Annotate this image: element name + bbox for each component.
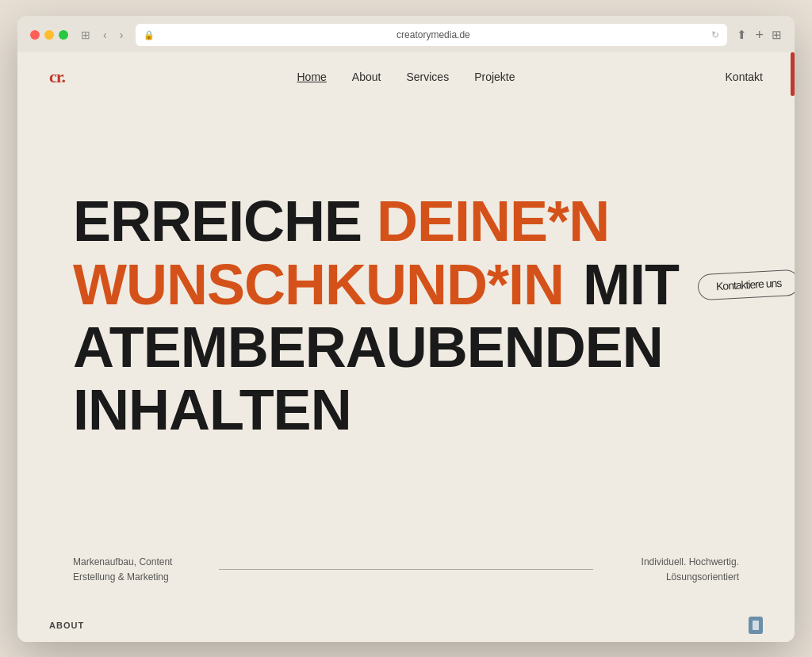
divider-right-line1: Individuell. Hochwertig. (642, 556, 739, 567)
divider-left-text: Markenaufbau, Content Erstellung & Marke… (73, 555, 200, 585)
divider-left-line2: Erstellung & Marketing (73, 571, 169, 583)
browser-controls: ⊞ ‹ › (78, 28, 126, 42)
site-logo[interactable]: cr. (49, 67, 65, 87)
navigation: cr. Home About Services Projekte Kontakt (17, 52, 795, 101)
hero-line1-part2: DEINE*N (377, 189, 609, 253)
traffic-light-red[interactable] (30, 30, 40, 40)
new-tab-icon[interactable]: + (755, 27, 764, 44)
extensions-icon[interactable]: ⊞ (772, 28, 782, 42)
footer-icon-inner (753, 621, 759, 630)
nav-link-home[interactable]: Home (297, 71, 327, 83)
bottom-bar: ABOUT (17, 609, 795, 642)
contact-bubble-button[interactable]: Kontaktiere uns (697, 269, 795, 300)
footer-about[interactable]: ABOUT (49, 621, 84, 630)
nav-kontakt[interactable]: Kontakt (726, 71, 763, 83)
hero-line2-orange: WUNSCHKUND*IN (73, 254, 564, 316)
divider-line (219, 569, 593, 570)
hero-title: ERREICHE DEINE*N WUNSCHKUND*IN MIT Konta… (73, 190, 739, 441)
hero-line1-part1: ERREICHE (73, 189, 377, 253)
forward-button[interactable]: › (117, 28, 127, 42)
refresh-icon[interactable]: ↻ (711, 29, 719, 40)
website-content: cr. Home About Services Projekte Kontakt… (17, 52, 795, 642)
hero-section: ERREICHE DEINE*N WUNSCHKUND*IN MIT Konta… (17, 101, 795, 555)
address-bar[interactable]: 🔒 creatorymedia.de ↻ (136, 24, 727, 46)
traffic-light-green[interactable] (59, 30, 68, 40)
share-icon[interactable]: ⬆ (737, 28, 747, 42)
traffic-light-yellow[interactable] (44, 30, 54, 40)
divider-section: Markenaufbau, Content Erstellung & Marke… (17, 555, 795, 609)
hero-line-3: ATEMBERAUBENDEN INHALTEN (73, 316, 739, 441)
footer-icon (749, 617, 763, 634)
back-button[interactable]: ‹ (100, 28, 110, 42)
nav-link-services[interactable]: Services (406, 71, 449, 83)
window-grid-button[interactable]: ⊞ (78, 28, 94, 42)
nav-link-about[interactable]: About (352, 71, 381, 83)
traffic-lights (30, 30, 68, 40)
hero-line-2: WUNSCHKUND*IN MIT Kontaktiere uns (73, 254, 739, 316)
browser-actions: ⬆ + ⊞ (737, 27, 782, 44)
hero-line2-dark: MIT (583, 254, 679, 316)
browser-window: ⊞ ‹ › 🔒 creatorymedia.de ↻ ⬆ + ⊞ cr. Hom… (17, 16, 795, 642)
divider-left-line1: Markenaufbau, Content (73, 556, 172, 567)
browser-toolbar: ⊞ ‹ › 🔒 creatorymedia.de ↻ ⬆ + ⊞ (30, 24, 782, 46)
lock-icon: 🔒 (144, 30, 155, 40)
divider-right-line2: Lösungsorientiert (666, 571, 739, 583)
hero-line-1: ERREICHE DEINE*N (73, 190, 739, 253)
nav-links: Home About Services Projekte (297, 71, 515, 83)
browser-chrome: ⊞ ‹ › 🔒 creatorymedia.de ↻ ⬆ + ⊞ (17, 16, 795, 52)
nav-link-projekte[interactable]: Projekte (474, 71, 515, 83)
divider-right-text: Individuell. Hochwertig. Lösungsorientie… (612, 555, 739, 585)
url-text: creatorymedia.de (159, 29, 707, 40)
